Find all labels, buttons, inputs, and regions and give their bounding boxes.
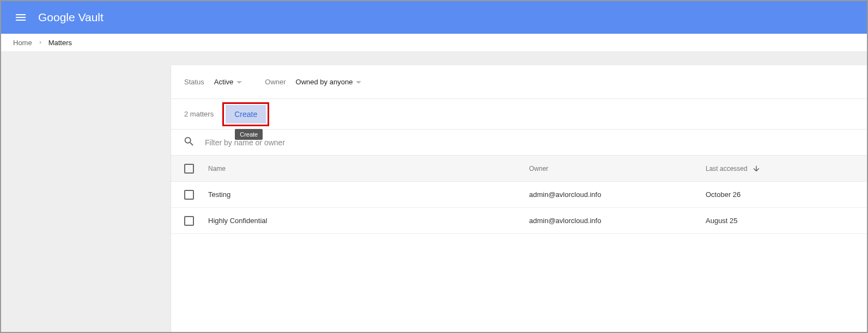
row-owner: admin@avlorcloud.info [529,217,706,225]
owner-label: Owner [265,78,286,86]
owner-value: Owned by anyone [296,78,353,86]
breadcrumb: Home Matters [1,34,867,51]
app-header: Google Vault [1,1,867,34]
row-checkbox[interactable] [184,190,194,200]
breadcrumb-current: Matters [48,39,72,47]
table-header: Name Owner Last accessed [171,156,867,182]
chevron-right-icon [38,39,43,47]
row-checkbox[interactable] [184,216,194,226]
select-all-checkbox[interactable] [184,164,194,174]
row-last-accessed: August 25 [706,217,867,225]
search-input[interactable] [205,138,867,147]
status-label: Status [184,78,204,86]
toolbar-row: 2 matters Create Create [171,99,867,130]
column-header-name[interactable]: Name [208,165,529,172]
tooltip: Create [235,129,263,140]
chevron-down-icon [356,81,361,84]
status-dropdown[interactable]: Active [214,78,242,86]
search-icon [183,135,195,150]
arrow-down-icon [752,164,761,173]
main-panel: Status Active Owner Owned by anyone 2 ma… [171,65,867,332]
column-header-last-accessed[interactable]: Last accessed [706,164,867,173]
search-row [171,130,867,156]
table-row[interactable]: Highly Confidential admin@avlorcloud.inf… [171,208,867,234]
content-area: Status Active Owner Owned by anyone 2 ma… [1,51,867,332]
matter-count: 2 matters [184,110,214,118]
left-gutter [1,51,171,332]
column-header-last-label: Last accessed [706,165,748,172]
status-value: Active [214,78,233,86]
column-header-owner[interactable]: Owner [529,165,706,172]
owner-dropdown[interactable]: Owned by anyone [296,78,362,86]
row-last-accessed: October 26 [706,190,867,199]
app-title: Google Vault [38,11,104,24]
menu-icon[interactable] [14,11,27,24]
table-row[interactable]: Testing admin@avlorcloud.info October 26 [171,182,867,208]
row-name: Testing [208,190,529,199]
breadcrumb-home[interactable]: Home [13,39,32,47]
row-name: Highly Confidential [208,217,529,225]
filter-row: Status Active Owner Owned by anyone [171,65,867,99]
row-owner: admin@avlorcloud.info [529,190,706,199]
create-button[interactable]: Create [226,105,266,124]
chevron-down-icon [236,81,242,84]
